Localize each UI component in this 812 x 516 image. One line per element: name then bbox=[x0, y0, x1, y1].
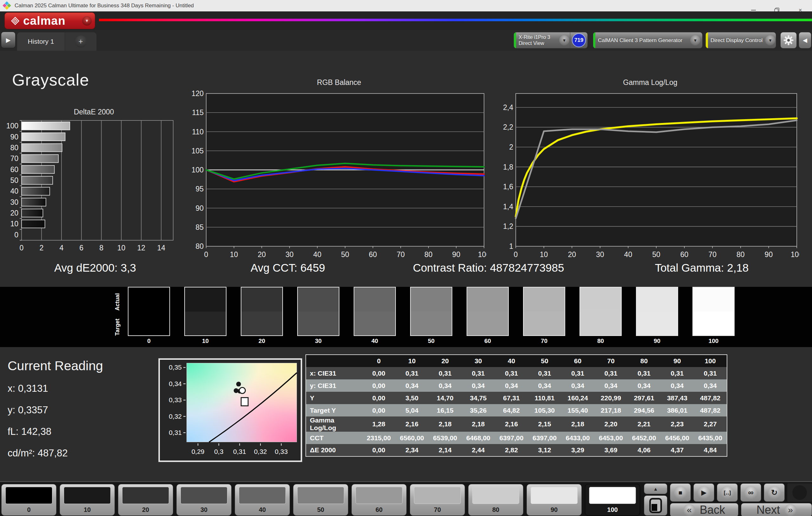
refresh-button[interactable]: ↻ bbox=[764, 483, 785, 502]
pattern-level-button-70[interactable]: 70 bbox=[410, 484, 465, 516]
pattern-level-button-0[interactable]: 0 bbox=[1, 484, 56, 516]
table-header-cell: 20 bbox=[429, 355, 462, 367]
table-cell: 0,00 bbox=[362, 392, 396, 404]
line-chart-svg: 11,21,41,61,822,22,401020304050607080901… bbox=[501, 89, 799, 260]
pattern-level-button-100[interactable]: 100 bbox=[585, 484, 640, 516]
pattern-level-label: 80 bbox=[468, 506, 523, 513]
table-cell: 0,31 bbox=[661, 367, 694, 380]
logo-dropdown-caret-icon[interactable]: ▼ bbox=[82, 16, 92, 26]
table-header: 0102030405060708090100 bbox=[306, 355, 727, 367]
lower-section: Current Reading x: 0,3131 y: 0,3357 fL: … bbox=[0, 347, 812, 482]
svg-text:70: 70 bbox=[10, 154, 19, 162]
pattern-generator-dropdown[interactable]: CalMAN Client 3 Pattern Generator ▼ bbox=[593, 32, 702, 49]
svg-text:0,32: 0,32 bbox=[169, 413, 182, 420]
chart-title: RGB Balance bbox=[192, 78, 487, 89]
svg-text:100: 100 bbox=[6, 122, 19, 130]
pattern-level-button-60[interactable]: 60 bbox=[351, 484, 407, 516]
pattern-patch bbox=[180, 487, 227, 504]
table-cell: 6433,00 bbox=[561, 432, 594, 444]
svg-text:40: 40 bbox=[313, 250, 322, 259]
play-button[interactable]: ▶ bbox=[693, 483, 714, 502]
table-header-cell: 90 bbox=[661, 355, 694, 367]
table-cell: 14,70 bbox=[429, 392, 462, 404]
pattern-level-button-30[interactable]: 30 bbox=[176, 484, 232, 516]
svg-text:80: 80 bbox=[425, 250, 433, 259]
pattern-patch bbox=[355, 487, 403, 504]
table-row: CCT2315,006560,006539,006468,006397,0063… bbox=[306, 432, 727, 444]
table-row-label: Y bbox=[306, 392, 362, 404]
stop-button[interactable]: ■ bbox=[670, 483, 691, 502]
table-cell: 2,34 bbox=[396, 444, 429, 456]
table-cell: 2,16 bbox=[495, 417, 528, 432]
pattern-level-button-20[interactable]: 20 bbox=[118, 484, 173, 516]
swatch-target-half bbox=[128, 311, 169, 336]
table-cell: 64,82 bbox=[495, 404, 528, 417]
table-cell: 0,34 bbox=[462, 380, 495, 392]
svg-text:0,3: 0,3 bbox=[214, 448, 223, 455]
table-row: Target Y0,005,0416,1535,2664,82105,30155… bbox=[306, 404, 727, 417]
swatch-label: 30 bbox=[297, 338, 339, 344]
table-row-label: y: CIE31 bbox=[306, 380, 362, 392]
svg-text:90: 90 bbox=[452, 250, 461, 259]
table-corner-cell bbox=[306, 355, 362, 367]
pattern-generator-status-stripe bbox=[593, 32, 596, 48]
meter-dropdown[interactable]: X-Rite i1Pro 3 Direct View ▼ 719 bbox=[514, 32, 588, 49]
grayscale-page: Grayscale DeltaE 2000 100908070605040302… bbox=[0, 51, 812, 287]
svg-text:20: 20 bbox=[10, 209, 19, 217]
svg-text:2: 2 bbox=[39, 244, 44, 252]
table-cell: 0,34 bbox=[561, 380, 594, 392]
table-cell: 35,26 bbox=[462, 404, 495, 417]
table-cell: 294,56 bbox=[628, 404, 661, 417]
svg-text:0: 0 bbox=[20, 244, 24, 252]
target-row-label: Target bbox=[114, 315, 122, 339]
meter-status-stripe bbox=[514, 32, 516, 48]
chevron-up-icon: ▲ bbox=[654, 486, 658, 492]
svg-text:50: 50 bbox=[341, 250, 349, 259]
table-cell: 3,12 bbox=[528, 444, 561, 456]
swatch-actual-half bbox=[411, 287, 452, 311]
pattern-level-button-10[interactable]: 10 bbox=[60, 484, 115, 516]
table-cell: 0,34 bbox=[694, 380, 727, 392]
meter-name: X-Rite i1Pro 3 bbox=[519, 34, 550, 40]
next-button[interactable]: Next » bbox=[741, 503, 812, 516]
meter-count-badge[interactable]: 719 bbox=[572, 33, 586, 47]
pattern-patch bbox=[472, 487, 519, 504]
swatch-actual-half bbox=[467, 287, 508, 311]
swatch-box bbox=[636, 287, 678, 336]
add-tab-button[interactable]: + bbox=[65, 32, 96, 51]
pattern-level-button-40[interactable]: 40 bbox=[235, 484, 290, 516]
swatch-box bbox=[410, 287, 452, 336]
collapse-panel-button[interactable]: ◀ bbox=[799, 32, 811, 49]
loop-button[interactable]: ∞ bbox=[740, 483, 761, 502]
svg-text:12: 12 bbox=[137, 244, 146, 252]
svg-text:50: 50 bbox=[652, 250, 660, 259]
table-cell: 0,31 bbox=[396, 367, 429, 380]
swatch-label: 90 bbox=[636, 338, 678, 344]
display-control-dropdown[interactable]: Direct Display Control ▼ bbox=[705, 32, 776, 49]
pattern-level-button-80[interactable]: 80 bbox=[468, 484, 523, 516]
svg-text:30: 30 bbox=[596, 250, 604, 259]
current-reading-title: Current Reading bbox=[8, 359, 103, 373]
reading-label: x: bbox=[8, 383, 15, 394]
table-header-cell: 40 bbox=[495, 355, 528, 367]
chevron-left-icon: ◀ bbox=[803, 37, 807, 44]
table-cell: 2,18 bbox=[561, 417, 594, 432]
pattern-level-button-50[interactable]: 50 bbox=[293, 484, 348, 516]
range-button[interactable]: [‥] bbox=[717, 483, 738, 502]
svg-text:50: 50 bbox=[10, 176, 19, 184]
pattern-level-label: 20 bbox=[118, 506, 173, 513]
pattern-level-button-90[interactable]: 90 bbox=[526, 484, 582, 516]
tab-history-1[interactable]: History 1 bbox=[17, 32, 65, 51]
swatch-label: 60 bbox=[467, 338, 509, 344]
actual-row-label: Actual bbox=[114, 290, 122, 314]
settings-button[interactable] bbox=[780, 32, 797, 49]
table-cell: 2,15 bbox=[528, 417, 561, 432]
history-expander-button[interactable]: ▶ bbox=[1, 32, 16, 48]
table-cell: 6397,00 bbox=[495, 432, 528, 444]
calman-logo-button[interactable]: calman ▼ bbox=[4, 12, 95, 29]
pattern-window-button[interactable] bbox=[644, 495, 667, 516]
grayscale-swatch: 100 bbox=[692, 287, 734, 344]
back-button[interactable]: « Back bbox=[670, 503, 738, 516]
pattern-up-button[interactable]: ▲ bbox=[644, 483, 667, 494]
table-header-cell: 50 bbox=[528, 355, 561, 367]
